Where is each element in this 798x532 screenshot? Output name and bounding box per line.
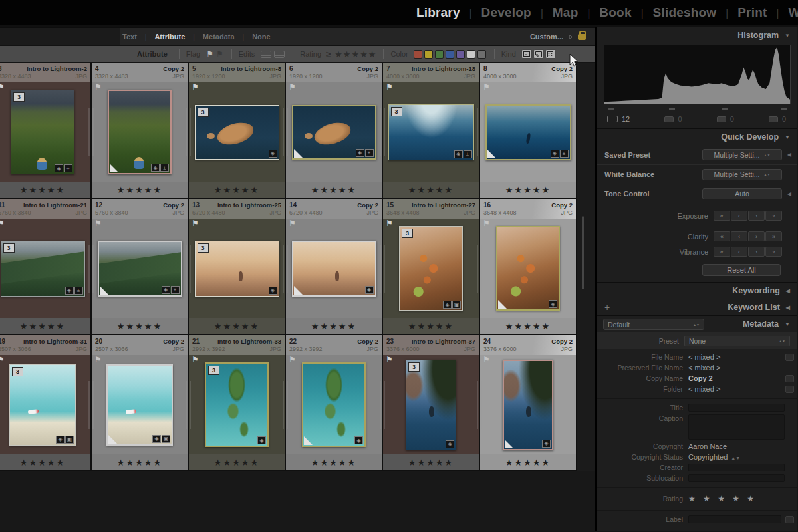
copyright-status-dropdown[interactable]: Copyrighted▲▼ — [688, 453, 794, 461]
color-swatch-none[interactable] — [467, 50, 475, 59]
add-keyword-button[interactable]: + — [604, 302, 610, 313]
pick-flag-filter-icon[interactable]: ⚑ — [206, 49, 213, 59]
keyword-badge-icon[interactable]: ◈ — [152, 435, 161, 443]
pick-flag-icon[interactable]: ⚑ — [192, 355, 199, 364]
photo-thumbnail[interactable]: ◈ — [292, 241, 376, 297]
folder-value[interactable]: < mixed > — [688, 385, 781, 393]
grid-cell-photo-8[interactable]: 8Copy 24000 x 3000JPG⚑◈±★★★★★ — [480, 63, 577, 199]
grid-cell-photo-7[interactable]: 7Intro to Lightroom-184000 x 3000JPG⚑3◈±… — [383, 63, 480, 199]
color-swatch-red[interactable] — [414, 50, 422, 59]
photo-thumbnail[interactable]: ◈ — [302, 362, 366, 447]
develop-badge-icon[interactable]: ± — [171, 286, 180, 294]
copy-name-action-button[interactable] — [785, 375, 794, 382]
photo-thumbnail[interactable]: 3◈± — [388, 104, 474, 160]
module-book[interactable]: Book — [599, 5, 631, 20]
copy-badge-icon[interactable]: ▣ — [162, 435, 170, 443]
grid-cell-photo-11[interactable]: 11Intro to Lightroom-215760 x 3840JPG⚑3◈… — [0, 199, 92, 335]
keyword-badge-icon[interactable]: ◈ — [443, 301, 452, 309]
develop-badge-icon[interactable]: ± — [560, 150, 569, 158]
cell-rating-stars[interactable]: ★★★★★ — [0, 318, 90, 334]
exposure-plus-button[interactable]: › — [748, 211, 765, 221]
pick-flag-icon[interactable]: ⚑ — [483, 219, 490, 228]
grid-cell-photo-5[interactable]: 5Intro to Lightroom-81920 x 1200JPG⚑3◈★★… — [189, 63, 286, 199]
grid-cell-photo-3[interactable]: 3Intro to Lightroom-23328 x 4483JPG⚑3◈±★… — [0, 63, 92, 199]
keyword-badge-icon[interactable]: ◈ — [354, 436, 363, 444]
preserved-file-name-value[interactable]: < mixed > — [688, 364, 794, 372]
kind-master-photos-button[interactable] — [521, 49, 532, 59]
develop-badge-icon[interactable]: ± — [160, 164, 169, 172]
reset-all-button[interactable]: Reset All — [702, 264, 781, 276]
grid-cell-photo-21[interactable]: 21Intro to Lightroom-332992 x 3992JPG⚑3◈… — [189, 335, 286, 471]
module-map[interactable]: Map — [553, 5, 579, 20]
stack-count-badge[interactable]: 3 — [3, 243, 15, 253]
cell-rating-stars[interactable]: ★★★★★ — [480, 182, 576, 198]
module-web[interactable]: We — [788, 5, 798, 20]
reject-flag-filter-icon[interactable]: ⚑ — [216, 49, 223, 59]
copy-badge-icon[interactable]: ▣ — [65, 436, 74, 444]
photo-thumbnail[interactable]: ◈ — [496, 226, 560, 311]
keyword-badge-icon[interactable]: ◈ — [542, 440, 551, 448]
pick-flag-icon[interactable]: ⚑ — [192, 82, 199, 92]
cell-rating-stars[interactable]: ★★★★★ — [383, 454, 479, 470]
grid-cell-photo-14[interactable]: 14Copy 26720 x 4480JPG⚑◈★★★★★ — [286, 199, 383, 335]
pick-flag-icon[interactable]: ⚑ — [0, 355, 5, 364]
exposure-big-plus-button[interactable]: » — [765, 211, 782, 221]
label-input[interactable] — [688, 515, 781, 523]
saved-preset-dropdown[interactable]: Multiple Setti...▲▼ — [702, 149, 782, 160]
pick-flag-icon[interactable]: ⚑ — [94, 219, 102, 228]
keyword-badge-icon[interactable]: ◈ — [549, 300, 557, 308]
clarity-minus-button[interactable]: ‹ — [731, 231, 747, 241]
pick-flag-icon[interactable]: ⚑ — [483, 355, 490, 364]
grid-cell-photo-24[interactable]: 24Copy 23376 x 6000JPG⚑◈★★★★★ — [480, 335, 577, 471]
module-library[interactable]: Library — [416, 5, 460, 20]
filter-lock-icon[interactable] — [578, 34, 586, 40]
photo-thumbnail[interactable]: 3◈ — [195, 241, 279, 297]
stack-count-badge[interactable]: 3 — [198, 108, 209, 117]
quick-develop-panel-header[interactable]: Quick Develop ▼ — [597, 128, 797, 145]
pick-flag-icon[interactable]: ⚑ — [94, 355, 102, 364]
module-develop[interactable]: Develop — [481, 5, 531, 20]
cell-rating-stars[interactable]: ★★★★★ — [0, 182, 90, 198]
grid-cell-photo-12[interactable]: 12Copy 25760 x 3840JPG⚑◈±★★★★★ — [92, 199, 189, 335]
module-slideshow[interactable]: Slideshow — [653, 5, 717, 20]
photo-thumbnail[interactable]: 3◈ — [195, 105, 279, 160]
cell-rating-stars[interactable]: ★★★★★ — [383, 318, 479, 334]
cell-rating-stars[interactable]: ★★★★★ — [0, 454, 90, 470]
kind-videos-button[interactable] — [545, 49, 556, 59]
keyword-badge-icon[interactable]: ◈ — [257, 436, 266, 444]
label-action-button[interactable] — [785, 516, 794, 523]
cell-rating-stars[interactable]: ★★★★★ — [189, 318, 285, 334]
color-swatch-yellow[interactable] — [424, 50, 433, 59]
metadata-view-dropdown[interactable]: Default▲▼ — [603, 319, 704, 330]
module-print[interactable]: Print — [737, 5, 767, 20]
photo-thumbnail[interactable]: 3◈▣ — [399, 226, 463, 311]
keyword-badge-icon[interactable]: ◈ — [65, 287, 74, 295]
metadata-panel-header[interactable]: Default▲▼ Metadata ▼ — [597, 315, 797, 332]
grid-cell-photo-15[interactable]: 15Intro to Lightroom-273648 x 4408JPG⚑3◈… — [383, 199, 480, 335]
grid-cell-photo-22[interactable]: 22Copy 22992 x 3992JPG⚑◈★★★★★ — [286, 335, 383, 471]
file-name-action-button[interactable] — [785, 354, 794, 361]
photo-thumbnail[interactable]: 3◈ — [205, 362, 269, 447]
title-input[interactable] — [688, 404, 785, 412]
filter-tab-text[interactable]: Text — [120, 33, 140, 41]
develop-badge-icon[interactable]: ± — [365, 149, 374, 157]
keywording-panel-header[interactable]: Keywording ◀ — [597, 282, 797, 299]
develop-badge-icon[interactable]: ± — [74, 287, 83, 295]
cell-rating-stars[interactable]: ★★★★★ — [286, 182, 382, 198]
vibrance-big-plus-button[interactable]: » — [765, 247, 782, 257]
pick-flag-icon[interactable]: ⚑ — [289, 355, 296, 364]
grid-scrollbar[interactable] — [582, 216, 584, 289]
creator-input[interactable] — [688, 464, 785, 471]
color-swatch-blue[interactable] — [446, 50, 454, 59]
cell-rating-stars[interactable]: ★★★★★ — [480, 318, 576, 334]
photo-thumbnail[interactable]: ◈ — [503, 360, 553, 450]
photo-thumbnail[interactable]: 3◈± — [11, 90, 74, 174]
vibrance-plus-button[interactable]: › — [748, 247, 765, 257]
keyword-badge-icon[interactable]: ◈ — [454, 150, 463, 158]
keyword-badge-icon[interactable]: ◈ — [55, 164, 63, 172]
photo-thumbnail[interactable]: ◈▣ — [106, 364, 173, 446]
stack-count-badge[interactable]: 3 — [208, 366, 219, 375]
histogram-panel-header[interactable]: Histogram ▼ — [597, 27, 797, 43]
cell-rating-stars[interactable]: ★★★★★ — [92, 318, 188, 334]
copy-name-value[interactable]: Copy 2 — [688, 374, 781, 382]
